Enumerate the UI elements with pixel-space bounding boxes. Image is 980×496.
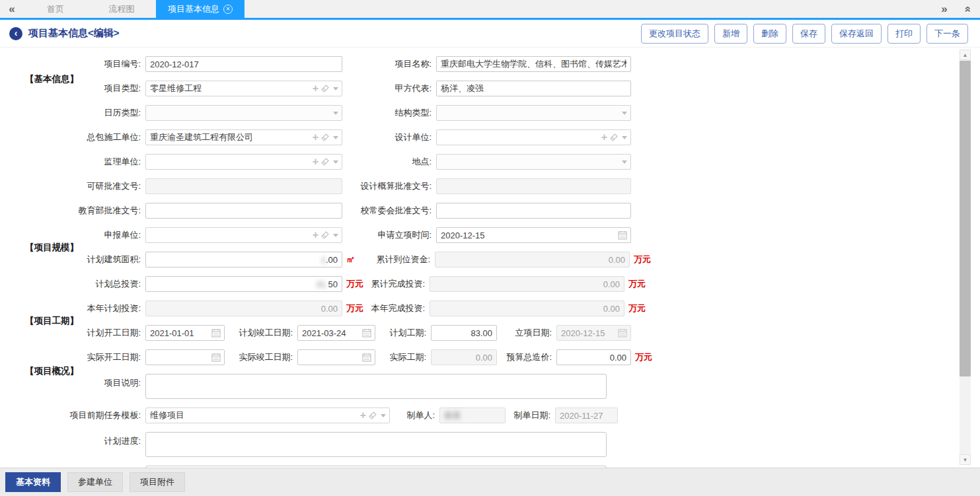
- calendar-icon[interactable]: [618, 230, 627, 240]
- calendar-type-select[interactable]: [145, 105, 342, 121]
- design-unit-combo[interactable]: +: [436, 129, 631, 145]
- top-tab-bar: « 首页 流程图 项目基本信息 × » «: [0, 0, 980, 20]
- add-button[interactable]: 新增: [714, 24, 747, 44]
- add-icon[interactable]: +: [313, 132, 319, 143]
- scroll-tabs-right-icon[interactable]: »: [932, 0, 956, 18]
- calendar-icon[interactable]: [211, 328, 221, 337]
- chevron-down-icon[interactable]: [333, 234, 338, 237]
- tab-home[interactable]: 首页: [24, 0, 87, 18]
- planned-area-input[interactable]: 1.00: [145, 252, 342, 267]
- add-icon[interactable]: +: [601, 132, 607, 143]
- year-planned-input: [145, 301, 342, 316]
- creator-label: 制单人:: [390, 409, 439, 421]
- planned-duration-input[interactable]: [431, 325, 497, 341]
- add-icon[interactable]: +: [313, 157, 319, 167]
- close-icon[interactable]: ×: [223, 5, 233, 14]
- clear-icon[interactable]: [321, 133, 329, 141]
- section-project-scale: 【项目规模】: [25, 242, 79, 254]
- scrollbar-thumb[interactable]: [960, 61, 971, 376]
- change-project-status-button[interactable]: 更改项目状态: [641, 24, 708, 44]
- cumulative-funds-input: [435, 252, 630, 267]
- form-row: 教育部批准文号: 校常委会批准文号:: [0, 203, 958, 219]
- general-contractor-combo[interactable]: 重庆渝圣建筑工程有限公司 +: [145, 129, 342, 145]
- clear-icon[interactable]: [369, 411, 377, 419]
- create-date-input: [555, 407, 618, 423]
- next-record-button[interactable]: 下一条: [926, 24, 968, 44]
- cumulative-completed-input: [430, 276, 624, 292]
- chevron-down-icon[interactable]: [381, 414, 386, 417]
- application-date-input[interactable]: 2020-12-15: [436, 227, 631, 243]
- actual-end-input[interactable]: [297, 349, 375, 365]
- project-desc-textarea[interactable]: [145, 374, 607, 399]
- project-code-input[interactable]: [145, 56, 342, 72]
- committee-doc-input[interactable]: [436, 203, 631, 219]
- save-return-button[interactable]: 保存返回: [831, 24, 882, 44]
- calendar-icon[interactable]: [362, 328, 371, 337]
- planned-area-label: 计划建筑面积:: [0, 254, 145, 266]
- planned-start-label: 计划开工日期:: [0, 327, 145, 339]
- structure-type-select[interactable]: [436, 105, 631, 121]
- location-label: 地点:: [342, 156, 436, 168]
- bottom-tab-basic-data[interactable]: 基本资料: [5, 472, 61, 492]
- planned-progress-textarea[interactable]: [145, 432, 607, 457]
- chevron-down-icon[interactable]: [333, 160, 338, 164]
- calendar-icon[interactable]: [211, 353, 221, 362]
- location-select[interactable]: [436, 154, 631, 170]
- tab-label: 项目基本信息: [168, 3, 219, 15]
- applicant-unit-combo[interactable]: +: [145, 227, 342, 243]
- form-row: 申报单位: + 申请立项时间: 2020-12-15: [0, 227, 958, 243]
- tab-project-basic-info[interactable]: 项目基本信息 ×: [156, 0, 245, 18]
- add-icon[interactable]: +: [360, 410, 366, 421]
- add-icon[interactable]: +: [313, 230, 319, 240]
- save-button[interactable]: 保存: [792, 24, 825, 44]
- chevron-down-icon[interactable]: [333, 112, 338, 115]
- unit-wanyuan: 万元: [346, 278, 363, 290]
- design-unit-label: 设计单位:: [342, 131, 436, 143]
- chevron-down-icon[interactable]: [622, 112, 627, 115]
- planned-total-investment-input[interactable]: 31.50: [145, 276, 342, 292]
- form-row: 计划开工日期: 2021-01-01 计划竣工日期: 2021-03-24 计划…: [0, 325, 958, 341]
- calendar-icon[interactable]: [362, 353, 371, 362]
- clear-icon[interactable]: [321, 158, 329, 166]
- design-budget-doc-input: [436, 178, 631, 194]
- delete-button[interactable]: 删除: [753, 24, 786, 44]
- chevron-down-icon[interactable]: [333, 87, 338, 90]
- bottom-tab-participating-units[interactable]: 参建单位: [67, 472, 123, 492]
- project-type-combo[interactable]: 零星维修工程 +: [145, 81, 342, 96]
- vertical-scrollbar[interactable]: ▲ ▼: [960, 50, 971, 465]
- toolbar-buttons: 更改项目状态 新增 删除 保存 保存返回 打印 下一条: [641, 24, 968, 44]
- calendar-type-label: 日历类型:: [0, 107, 145, 119]
- pre-task-template-combo[interactable]: 维修项目 +: [145, 407, 390, 423]
- structure-type-label: 结构类型:: [342, 107, 436, 119]
- supervision-unit-combo[interactable]: +: [145, 154, 342, 170]
- app-window: « 首页 流程图 项目基本信息 × » « ‹ 项目基本信息<编辑> 更改项目状…: [0, 0, 980, 496]
- moe-doc-input[interactable]: [145, 203, 342, 219]
- clear-icon[interactable]: [610, 133, 618, 141]
- chevron-down-icon[interactable]: [333, 136, 338, 139]
- project-name-input[interactable]: [436, 56, 631, 72]
- budget-total-input[interactable]: [556, 349, 631, 365]
- print-button[interactable]: 打印: [887, 24, 921, 44]
- scroll-up-button[interactable]: ▲: [960, 50, 971, 60]
- tab-flowchart[interactable]: 流程图: [87, 0, 156, 18]
- clear-icon[interactable]: [321, 85, 329, 92]
- actual-start-input[interactable]: [145, 349, 225, 365]
- chevron-down-icon[interactable]: [622, 136, 627, 139]
- feasibility-doc-label: 可研批准文号:: [0, 180, 145, 192]
- add-icon[interactable]: +: [313, 83, 319, 94]
- applicant-unit-label: 申报单位:: [0, 229, 145, 241]
- collapse-tabs-left-icon[interactable]: «: [0, 0, 24, 18]
- collapse-panel-icon[interactable]: «: [956, 0, 980, 18]
- clear-icon[interactable]: [321, 231, 329, 239]
- party-a-rep-input[interactable]: [436, 81, 631, 96]
- section-project-duration: 【项目工期】: [25, 315, 79, 327]
- back-icon[interactable]: ‹: [9, 27, 22, 40]
- application-date-label: 申请立项时间:: [342, 229, 436, 241]
- scroll-down-button[interactable]: ▼: [960, 454, 971, 465]
- planned-end-input[interactable]: 2021-03-24: [297, 325, 375, 341]
- planned-start-input[interactable]: 2021-01-01: [145, 325, 225, 341]
- form-row: 日历类型: 结构类型:: [0, 105, 958, 121]
- unit-wanyuan: 万元: [346, 302, 363, 314]
- bottom-tab-project-attachments[interactable]: 项目附件: [130, 472, 185, 492]
- chevron-down-icon[interactable]: [622, 160, 627, 164]
